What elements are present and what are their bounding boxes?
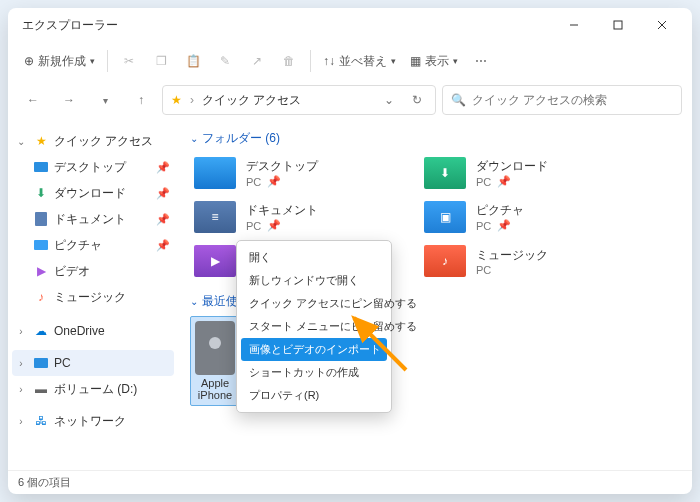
svg-rect-1: [614, 21, 622, 29]
document-icon: [32, 210, 50, 228]
tile-music[interactable]: ♪ ミュージックPC: [420, 241, 640, 281]
pin-icon: 📌: [497, 219, 511, 232]
menu-new-window[interactable]: 新しウィンドウで開く: [241, 269, 387, 292]
chevron-right-icon: ›: [14, 384, 28, 395]
music-icon: ♪: [32, 288, 50, 306]
new-button[interactable]: ⊕ 新規作成 ▾: [18, 46, 101, 76]
sidebar-label: ネットワーク: [54, 413, 170, 430]
pin-icon: 📌: [156, 239, 170, 252]
sidebar-videos[interactable]: ▶ ビデオ: [12, 258, 174, 284]
sidebar-label: PC: [54, 356, 170, 370]
chevron-right-icon: ›: [14, 416, 28, 427]
sidebar-quick-access[interactable]: ⌄ ★ クイック アクセス: [12, 128, 174, 154]
menu-properties[interactable]: プロパティ(R): [241, 384, 387, 407]
address-bar[interactable]: ★ › クイック アクセス ⌄ ↻: [162, 85, 436, 115]
phone-icon: [195, 321, 235, 375]
rename-button[interactable]: ✎: [210, 46, 240, 76]
sidebar-music[interactable]: ♪ ミュージック: [12, 284, 174, 310]
path-text: クイック アクセス: [202, 92, 371, 109]
pin-icon: 📌: [156, 187, 170, 200]
sidebar-network[interactable]: › 🖧 ネットワーク: [12, 408, 174, 434]
share-icon: ↗: [252, 54, 262, 68]
drive-icon: ▬: [32, 380, 50, 398]
toolbar: ⊕ 新規作成 ▾ ✂ ❐ 📋 ✎ ↗ 🗑 ↑↓ 並べ替え ▾ ▦ 表示 ▾ ⋯: [8, 42, 692, 80]
device-apple-iphone[interactable]: Apple iPhone: [190, 316, 240, 406]
tile-documents[interactable]: ≡ ドキュメントPC📌: [190, 197, 410, 237]
title-bar: エクスプローラー: [8, 8, 692, 42]
trash-icon: 🗑: [283, 54, 295, 68]
maximize-button[interactable]: [596, 10, 640, 40]
pin-icon: 📌: [156, 161, 170, 174]
document-folder-icon: ≡: [194, 201, 236, 233]
star-icon: ★: [32, 132, 50, 150]
menu-pin-quick[interactable]: クイック アクセスにピン留めする: [241, 292, 387, 315]
tile-pictures[interactable]: ▣ ピクチャPC📌: [420, 197, 640, 237]
back-button[interactable]: ←: [18, 85, 48, 115]
paste-icon: 📋: [186, 54, 201, 68]
chevron-right-icon: ›: [190, 93, 194, 107]
sidebar-desktop[interactable]: デスクトップ 📌: [12, 154, 174, 180]
new-label: 新規作成: [38, 53, 86, 70]
rename-icon: ✎: [220, 54, 230, 68]
sidebar-documents[interactable]: ドキュメント 📌: [12, 206, 174, 232]
refresh-button[interactable]: ↻: [407, 93, 427, 107]
video-icon: ▶: [32, 262, 50, 280]
sidebar-pc[interactable]: › PC: [12, 350, 174, 376]
chevron-down-icon: ⌄: [190, 296, 198, 307]
download-icon: ⬇: [32, 184, 50, 202]
group-label: フォルダー (6): [202, 130, 280, 147]
chevron-down-icon[interactable]: ⌄: [379, 93, 399, 107]
menu-open[interactable]: 開く: [241, 246, 387, 269]
tile-name: デスクトップ: [246, 158, 318, 175]
item-count: 6 個の項目: [18, 475, 71, 490]
sidebar-label: ドキュメント: [54, 211, 152, 228]
sidebar-label: デスクトップ: [54, 159, 152, 176]
up-button[interactable]: ↑: [126, 85, 156, 115]
tile-name: ドキュメント: [246, 202, 318, 219]
search-input[interactable]: [472, 93, 673, 107]
sidebar-onedrive[interactable]: › ☁ OneDrive: [12, 318, 174, 344]
status-bar: 6 個の項目: [8, 470, 692, 494]
view-button[interactable]: ▦ 表示 ▾: [404, 46, 464, 76]
separator: [107, 50, 108, 72]
sidebar-label: クイック アクセス: [54, 133, 170, 150]
sidebar-label: ビデオ: [54, 263, 170, 280]
chevron-down-icon: ▾: [453, 56, 458, 66]
sidebar-pictures[interactable]: ピクチャ 📌: [12, 232, 174, 258]
menu-pin-start[interactable]: スタート メニューにピン留めする: [241, 315, 387, 338]
delete-button[interactable]: 🗑: [274, 46, 304, 76]
share-button[interactable]: ↗: [242, 46, 272, 76]
sort-button[interactable]: ↑↓ 並べ替え ▾: [317, 46, 402, 76]
chevron-down-icon: ▾: [90, 56, 95, 66]
tile-desktop[interactable]: デスクトップPC📌: [190, 153, 410, 193]
sidebar-label: OneDrive: [54, 324, 170, 338]
pin-icon: 📌: [497, 175, 511, 188]
menu-shortcut[interactable]: ショートカットの作成: [241, 361, 387, 384]
copy-icon: ❐: [156, 54, 167, 68]
sidebar: ⌄ ★ クイック アクセス デスクトップ 📌 ⬇ ダウンロード 📌 ドキュメント…: [8, 120, 178, 470]
sidebar-volume[interactable]: › ▬ ボリューム (D:): [12, 376, 174, 402]
cut-button[interactable]: ✂: [114, 46, 144, 76]
tile-downloads[interactable]: ⬇ ダウンロードPC📌: [420, 153, 640, 193]
sidebar-label: ピクチャ: [54, 237, 152, 254]
close-button[interactable]: [640, 10, 684, 40]
search-box[interactable]: 🔍: [442, 85, 682, 115]
nav-row: ← → ▾ ↑ ★ › クイック アクセス ⌄ ↻ 🔍: [8, 80, 692, 120]
chevron-down-icon: ⌄: [14, 136, 28, 147]
ellipsis-icon: ⋯: [475, 54, 487, 68]
download-folder-icon: ⬇: [424, 157, 466, 189]
menu-import[interactable]: 画像とビデオのインポート: [241, 338, 387, 361]
search-icon: 🔍: [451, 93, 466, 107]
chevron-down-icon[interactable]: ▾: [90, 85, 120, 115]
paste-button[interactable]: 📋: [178, 46, 208, 76]
sort-label: 並べ替え: [339, 53, 387, 70]
copy-button[interactable]: ❐: [146, 46, 176, 76]
network-icon: 🖧: [32, 412, 50, 430]
forward-button[interactable]: →: [54, 85, 84, 115]
more-button[interactable]: ⋯: [466, 46, 496, 76]
device-label: Apple iPhone: [198, 377, 232, 401]
group-folders[interactable]: ⌄ フォルダー (6): [190, 130, 684, 147]
sidebar-downloads[interactable]: ⬇ ダウンロード 📌: [12, 180, 174, 206]
chevron-down-icon: ▾: [391, 56, 396, 66]
minimize-button[interactable]: [552, 10, 596, 40]
